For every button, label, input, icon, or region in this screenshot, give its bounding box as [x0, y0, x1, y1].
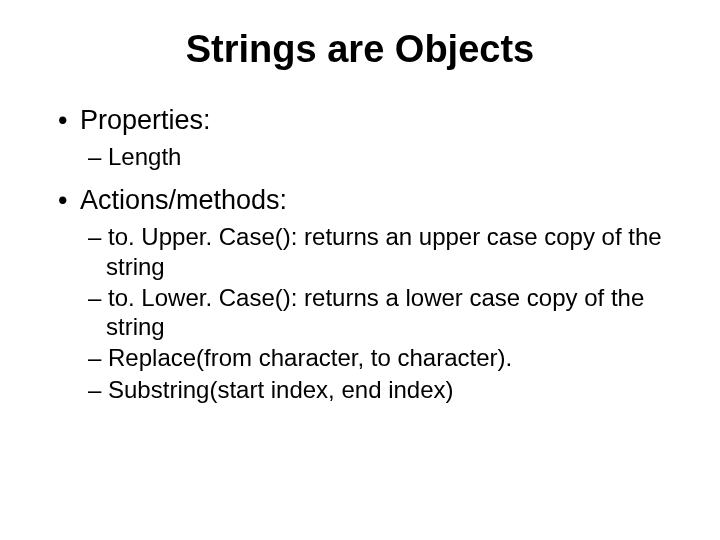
list-item-label: Properties: [80, 105, 211, 135]
sub-list-item-label: to. Lower. Case(): returns a lower case … [106, 284, 644, 340]
slide: Strings are Objects •Properties: – Lengt… [0, 0, 720, 540]
bullet-list: •Properties: – Length •Actions/methods: … [30, 105, 690, 404]
bullet-icon: • [58, 105, 80, 136]
sub-list: – Length [58, 142, 690, 171]
list-item-label: Actions/methods: [80, 185, 287, 215]
sub-list-item: – to. Lower. Case(): returns a lower cas… [88, 283, 690, 342]
list-item: •Actions/methods: – to. Upper. Case(): r… [58, 185, 690, 404]
sub-list-item: – Replace(from character, to character). [88, 343, 690, 372]
sub-list-item: – Length [88, 142, 690, 171]
sub-list-item: – to. Upper. Case(): returns an upper ca… [88, 222, 690, 281]
slide-title: Strings are Objects [30, 28, 690, 71]
sub-list-item-label: Length [108, 143, 181, 170]
list-item: •Properties: – Length [58, 105, 690, 171]
bullet-icon: • [58, 185, 80, 216]
sub-list-item-label: to. Upper. Case(): returns an upper case… [106, 223, 662, 279]
sub-list-item: – Substring(start index, end index) [88, 375, 690, 404]
sub-list-item-label: Replace(from character, to character). [108, 344, 512, 371]
sub-list: – to. Upper. Case(): returns an upper ca… [58, 222, 690, 404]
sub-list-item-label: Substring(start index, end index) [108, 376, 454, 403]
